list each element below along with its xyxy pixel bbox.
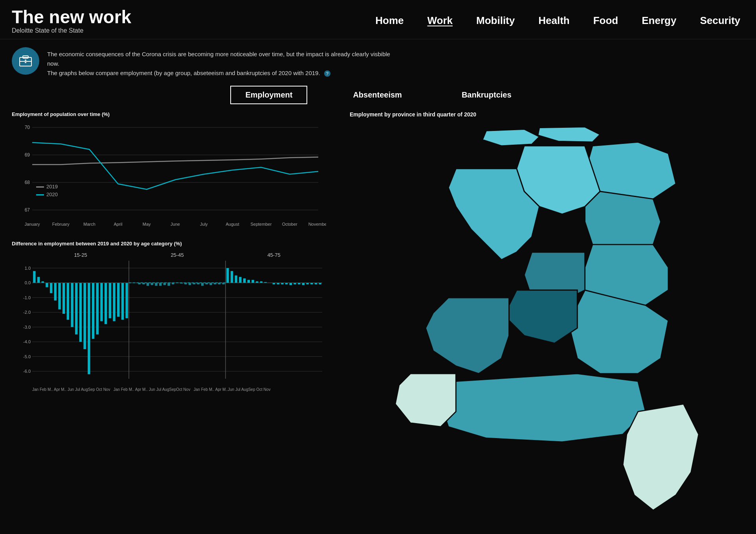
nav-mobility[interactable]: Mobility [476,15,515,27]
province-limburg [623,404,699,510]
line-chart-container [12,120,334,230]
nav-health[interactable]: Health [538,15,569,27]
bar-chart-x-labels: Jan Feb M.. Apr M.. Jun Jul AugSep Oct N… [12,387,334,392]
province-wadden-1 [483,129,539,145]
line-chart-title: Employment of population over time (%) [12,111,334,117]
bar-chart-section: Difference in employment between 2019 an… [12,241,334,392]
briefcase-icon [17,53,34,69]
logo-title: The new work [12,7,131,27]
tab-absenteeism[interactable]: Absenteeism [339,86,416,104]
bar-chart-container [12,249,334,387]
main-nav: Home Work Mobility Health Food Energy Se… [375,15,740,27]
nav-security[interactable]: Security [700,15,740,27]
description-text: The economic consequences of the Corona … [47,47,401,78]
nav-work[interactable]: Work [427,15,453,27]
charts-left: Employment of population over time (%) D… [12,111,334,534]
tab-employment[interactable]: Employment [230,86,307,104]
nav-food[interactable]: Food [593,15,618,27]
desc-icon [12,47,39,75]
province-utrecht [509,290,577,343]
map-title: Employment by province in third quarter … [350,111,744,118]
province-zeeland [395,374,456,427]
nav-home[interactable]: Home [375,15,404,27]
bar-chart-title: Difference in employment between 2019 an… [12,241,334,247]
line-chart-section: Employment of population over time (%) [12,111,334,230]
line-chart-canvas [12,120,326,230]
province-zuid-holland [426,298,509,374]
map-area: Employment by province in third quarter … [342,111,744,534]
netherlands-map-svg [350,123,744,534]
province-drenthe [585,191,661,252]
tab-bankruptcies[interactable]: Bankruptcies [448,86,526,104]
bar-chart-canvas [12,249,326,387]
province-wadden-2 [538,127,600,142]
province-gelderland [570,290,668,373]
description-row: The economic consequences of the Corona … [0,39,756,82]
logo-subtitle: Deloitte State of the State [12,27,131,34]
main-content: Employment of population over time (%) D… [0,111,756,534]
tab-row: Employment Absenteeism Bankruptcies [0,82,756,111]
info-icon[interactable]: ? [324,70,330,77]
province-noord-brabant [441,374,646,442]
logo-area: The new work Deloitte State of the State [12,7,131,34]
nav-energy[interactable]: Energy [642,15,676,27]
header: The new work Deloitte State of the State… [0,0,756,39]
